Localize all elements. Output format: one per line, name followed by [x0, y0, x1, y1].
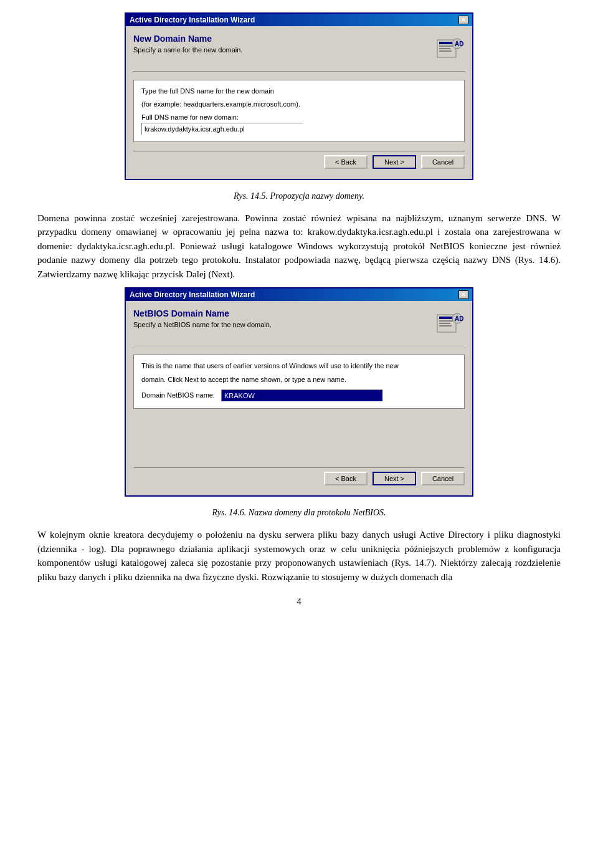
dialog2-window: Active Directory Installation Wizard ✕ N…: [125, 287, 473, 497]
dialog1-field-input[interactable]: [141, 123, 303, 135]
dialog2-instruction-line2: domain. Click Next to accept the name sh…: [141, 375, 457, 384]
dialog1-header-text: New Domain Name Specify a name for the n…: [133, 34, 242, 54]
paragraph2: W kolejnym oknie kreatora decydujemy o p…: [37, 528, 561, 584]
dialog1-back-button[interactable]: < Back: [324, 155, 368, 169]
dialog2-instruction-line1: This is the name that users of earlier v…: [141, 361, 457, 371]
dialog2-back-button[interactable]: < Back: [324, 472, 368, 485]
dialog1-heading: New Domain Name: [133, 34, 242, 44]
caption2: Rys. 14.6. Nazwa domeny dla protokołu Ne…: [37, 508, 561, 518]
dialog1-header-section: New Domain Name Specify a name for the n…: [133, 34, 465, 64]
wizard-icon: AD: [436, 35, 463, 62]
svg-text:AD: AD: [455, 41, 463, 47]
dialog1-next-button[interactable]: Next >: [373, 155, 416, 169]
dialog2-body: NetBIOS Domain Name Specify a NetBIOS na…: [126, 301, 472, 495]
svg-rect-4: [439, 50, 452, 52]
dialog1-instruction-line1: Type the full DNS name for the new domai…: [141, 87, 457, 96]
dialog2-header-section: NetBIOS Domain Name Specify a NetBIOS na…: [133, 308, 465, 338]
wizard-icon2: AD: [436, 310, 463, 337]
svg-rect-8: [439, 317, 454, 319]
dialog1-buttons: < Back Next > Cancel: [133, 151, 465, 171]
dialog2-field-label: Domain NetBIOS name:: [141, 391, 215, 399]
svg-rect-1: [439, 42, 454, 44]
dialog1-titlebar: Active Directory Installation Wizard ✕: [126, 14, 472, 26]
dialog2-spacer: [133, 417, 465, 467]
dialog2-cancel-button[interactable]: Cancel: [421, 472, 465, 485]
dialog1-divider: [133, 71, 465, 72]
dialog2-icon: AD: [435, 308, 465, 338]
dialog2-close-btn[interactable]: ✕: [458, 290, 468, 299]
dialog1-titlebar-buttons: ✕: [458, 16, 468, 24]
svg-rect-11: [439, 325, 452, 327]
dialog2-titlebar-buttons: ✕: [458, 290, 468, 299]
svg-rect-9: [439, 320, 454, 322]
dialog2-field-row: Domain NetBIOS name:: [141, 389, 457, 402]
dialog2-subtitle: Specify a NetBIOS name for the new domai…: [133, 321, 272, 328]
caption1: Rys. 14.5. Propozycja nazwy domeny.: [37, 191, 561, 201]
svg-text:AD: AD: [455, 315, 463, 322]
dialog2-next-button[interactable]: Next >: [373, 472, 416, 485]
dialog1-window: Active Directory Installation Wizard ✕ N…: [125, 12, 473, 180]
dialog1-inner-box: Type the full DNS name for the new domai…: [133, 80, 465, 142]
dialog2-field-input[interactable]: [221, 389, 383, 402]
svg-rect-3: [439, 48, 450, 49]
dialog2-divider: [133, 346, 465, 347]
dialog2-inner-box: This is the name that users of earlier v…: [133, 355, 465, 409]
dialog1-cancel-button[interactable]: Cancel: [421, 155, 465, 169]
dialog2-title: Active Directory Installation Wizard: [130, 290, 255, 299]
svg-rect-10: [439, 323, 450, 324]
paragraph1: Domena powinna zostać wcześniej zarejest…: [37, 211, 561, 282]
dialog1-icon: AD: [435, 34, 465, 64]
dialog2-header-text: NetBIOS Domain Name Specify a NetBIOS na…: [133, 308, 272, 328]
dialog1-instruction-line2: (for example: headquarters.example.micro…: [141, 100, 457, 109]
dialog1-body: New Domain Name Specify a name for the n…: [126, 26, 472, 179]
dialog2-buttons: < Back Next > Cancel: [133, 467, 465, 488]
dialog1-close-btn[interactable]: ✕: [458, 16, 468, 24]
dialog2-heading: NetBIOS Domain Name: [133, 308, 272, 318]
svg-rect-2: [439, 45, 454, 47]
dialog1-subtitle: Specify a name for the new domain.: [133, 46, 242, 54]
dialog2-titlebar: Active Directory Installation Wizard ✕: [126, 289, 472, 301]
dialog1-title: Active Directory Installation Wizard: [130, 16, 255, 24]
page-number: 4: [37, 596, 561, 607]
dialog1-field-label: Full DNS name for new domain:: [141, 113, 457, 121]
